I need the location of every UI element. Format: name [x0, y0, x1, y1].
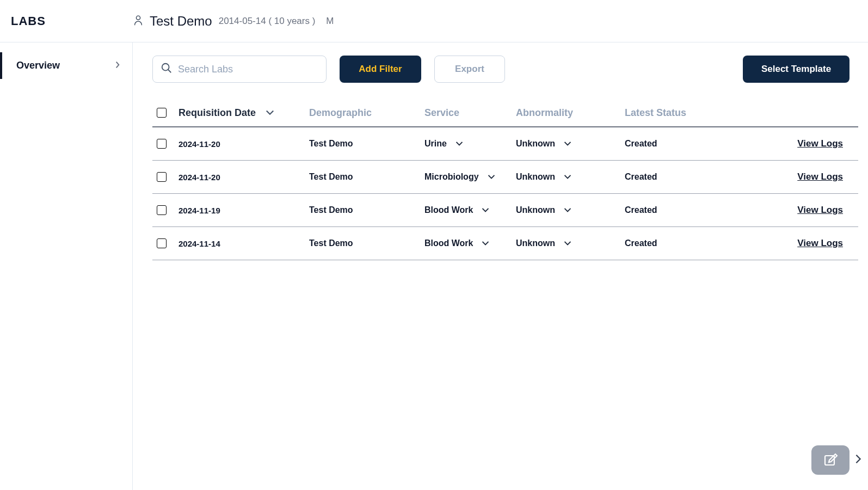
table-header: Requisition Date Demographic Service Abn… — [152, 99, 858, 127]
table-row: 2024-11-20Test DemoUrineUnknownCreatedVi… — [152, 127, 858, 161]
cell-service[interactable]: Urine — [424, 139, 516, 149]
cell-status: Created — [625, 139, 739, 149]
column-header-demographic[interactable]: Demographic — [309, 107, 424, 119]
main-content: Add Filter Export Select Template Requis… — [133, 42, 868, 490]
search-input-wrap[interactable] — [152, 56, 327, 83]
toolbar: Add Filter Export Select Template — [152, 56, 858, 83]
chevron-down-icon — [266, 107, 274, 119]
view-logs-link[interactable]: View Logs — [797, 238, 843, 249]
cell-service[interactable]: Microbiology — [424, 172, 516, 182]
labs-table: Requisition Date Demographic Service Abn… — [152, 99, 858, 260]
row-checkbox[interactable] — [157, 139, 167, 149]
sidebar: Overview — [0, 42, 133, 490]
fab-chevron-right[interactable] — [855, 454, 861, 466]
chevron-down-icon — [482, 238, 489, 248]
chevron-down-icon — [488, 172, 495, 182]
patient-dob: 2014-05-14 ( 10 years ) — [219, 16, 316, 27]
cell-date: 2024-11-14 — [178, 239, 309, 248]
add-filter-button[interactable]: Add Filter — [340, 56, 421, 83]
cell-demographic: Test Demo — [309, 205, 424, 215]
chevron-down-icon — [564, 205, 571, 215]
sidebar-item-label: Overview — [16, 60, 60, 71]
chevron-down-icon — [564, 172, 571, 182]
row-checkbox[interactable] — [157, 205, 167, 215]
cell-abnormality[interactable]: Unknown — [516, 238, 625, 248]
svg-point-0 — [136, 16, 140, 20]
view-logs-link[interactable]: View Logs — [797, 138, 843, 149]
fab-group — [811, 445, 861, 475]
row-checkbox[interactable] — [157, 172, 167, 182]
export-button[interactable]: Export — [434, 56, 505, 83]
cell-service[interactable]: Blood Work — [424, 205, 516, 215]
table-row: 2024-11-14Test DemoBlood WorkUnknownCrea… — [152, 227, 858, 260]
table-row: 2024-11-20Test DemoMicrobiologyUnknownCr… — [152, 161, 858, 194]
cell-abnormality[interactable]: Unknown — [516, 172, 625, 182]
cell-status: Created — [625, 172, 739, 182]
cell-abnormality[interactable]: Unknown — [516, 139, 625, 149]
svg-point-1 — [162, 64, 169, 71]
chevron-right-icon — [115, 60, 120, 71]
cell-status: Created — [625, 238, 739, 248]
cell-date: 2024-11-20 — [178, 139, 309, 149]
row-checkbox[interactable] — [157, 238, 167, 248]
view-logs-link[interactable]: View Logs — [797, 171, 843, 182]
view-logs-link[interactable]: View Logs — [797, 205, 843, 216]
chevron-down-icon — [482, 205, 489, 215]
cell-abnormality[interactable]: Unknown — [516, 205, 625, 215]
cell-status: Created — [625, 205, 739, 215]
table-row: 2024-11-19Test DemoBlood WorkUnknownCrea… — [152, 194, 858, 227]
cell-date: 2024-11-19 — [178, 206, 309, 215]
column-header-abnormality[interactable]: Abnormality — [516, 107, 625, 119]
patient-name: Test Demo — [150, 14, 212, 29]
select-all-checkbox[interactable] — [157, 108, 167, 118]
chevron-down-icon — [564, 139, 571, 149]
column-header-requisition-date[interactable]: Requisition Date — [178, 107, 309, 119]
column-header-service[interactable]: Service — [424, 107, 516, 119]
top-header: LABS Test Demo 2014-05-14 ( 10 years ) M — [0, 0, 868, 42]
patient-block: Test Demo 2014-05-14 ( 10 years ) M — [133, 14, 334, 29]
cell-demographic: Test Demo — [309, 238, 424, 248]
compose-button[interactable] — [811, 445, 849, 475]
chevron-down-icon — [564, 238, 571, 248]
cell-demographic: Test Demo — [309, 172, 424, 182]
cell-demographic: Test Demo — [309, 139, 424, 149]
patient-gender: M — [326, 16, 334, 27]
select-template-button[interactable]: Select Template — [743, 56, 849, 83]
search-input[interactable] — [178, 64, 318, 75]
column-header-latest-status[interactable]: Latest Status — [625, 107, 739, 119]
sidebar-item-overview[interactable]: Overview — [0, 52, 132, 79]
search-icon — [161, 62, 173, 76]
cell-date: 2024-11-20 — [178, 173, 309, 182]
person-icon — [133, 15, 143, 28]
chevron-down-icon — [455, 139, 463, 149]
app-title: LABS — [11, 14, 133, 28]
cell-service[interactable]: Blood Work — [424, 238, 516, 248]
